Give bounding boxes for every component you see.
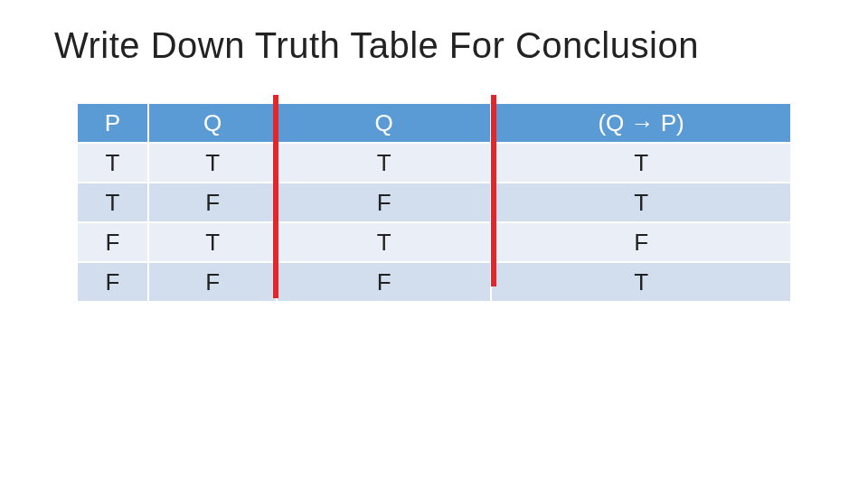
cell: F xyxy=(277,262,491,302)
cell: T xyxy=(491,143,791,183)
table-row: F F F T xyxy=(77,262,791,302)
cell: T xyxy=(491,183,791,222)
cell: F xyxy=(77,262,148,302)
col-header: Q xyxy=(277,103,491,143)
cell: F xyxy=(77,222,148,262)
cell: T xyxy=(491,262,791,302)
table-row: F T T F xyxy=(77,222,791,262)
cell: F xyxy=(277,183,491,222)
cell: T xyxy=(148,143,277,183)
cell: T xyxy=(77,143,148,183)
truth-table: P Q Q (Q → P) T T T T T F F T xyxy=(76,102,792,303)
col-header: Q xyxy=(148,103,277,143)
cell: T xyxy=(148,222,277,262)
cell: T xyxy=(77,183,148,222)
table-row: T F F T xyxy=(77,183,791,222)
cell: F xyxy=(491,222,791,262)
table-row: P Q Q (Q → P) xyxy=(77,103,791,143)
vertical-divider-icon xyxy=(491,95,496,286)
cell: T xyxy=(277,222,491,262)
cell: F xyxy=(148,262,277,302)
cell: F xyxy=(148,183,277,222)
col-header: P xyxy=(77,103,148,143)
table-row: T T T T xyxy=(77,143,791,183)
vertical-divider-icon xyxy=(273,95,278,298)
col-header: (Q → P) xyxy=(491,103,791,143)
cell: T xyxy=(277,143,491,183)
slide: Write Down Truth Table For Conclusion P … xyxy=(0,0,868,488)
truth-table-container: P Q Q (Q → P) T T T T T F F T xyxy=(76,102,792,303)
page-title: Write Down Truth Table For Conclusion xyxy=(54,25,868,66)
